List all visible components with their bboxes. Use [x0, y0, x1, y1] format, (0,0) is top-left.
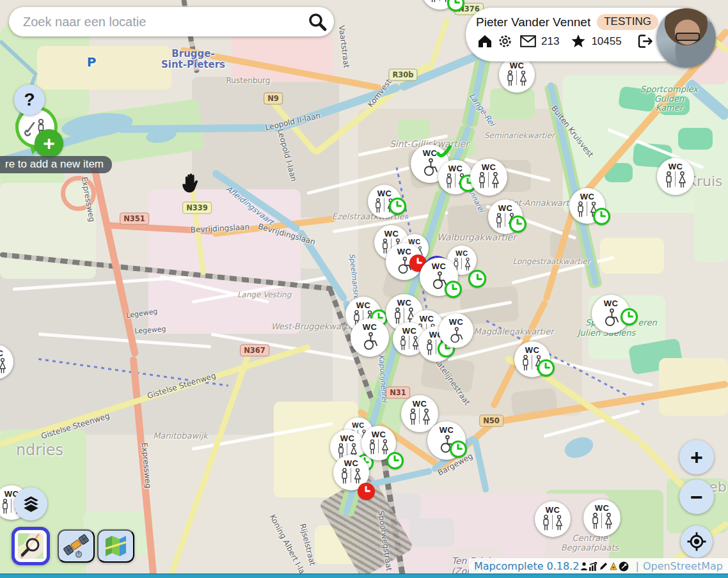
toilet-marker[interactable]: WC: [470, 159, 507, 196]
attribution-separator: |: [635, 560, 638, 572]
osm-map-magnifier-icon: [17, 533, 44, 559]
toilet-marker[interactable]: WC: [657, 158, 694, 195]
satellite-icon: [62, 533, 90, 559]
toilet-marker-wheelchair[interactable]: WC: [386, 243, 423, 280]
style-folded-map-button[interactable]: [97, 529, 134, 563]
toilet-marker[interactable]: WC: [361, 426, 396, 460]
toilet-marker[interactable]: WC: [438, 160, 473, 194]
user-name[interactable]: Pieter Vander Vennet: [476, 15, 590, 29]
toilet-marker[interactable]: WC: [583, 499, 621, 536]
messages-count[interactable]: 213: [541, 35, 559, 48]
layers-icon: [20, 494, 42, 514]
toilet-marker[interactable]: WC: [488, 199, 523, 234]
opening-hours-open-badge: [389, 198, 406, 215]
stars-count[interactable]: 10455: [591, 35, 621, 48]
toilet-marker-wheelchair[interactable]: WC: [427, 421, 466, 460]
marker-pictograms: [602, 308, 621, 327]
marker-pictograms: [361, 332, 379, 350]
marker-wc-label: WC: [0, 349, 3, 357]
toilet-marker[interactable]: WC: [569, 188, 605, 224]
toilet-marker-wheelchair[interactable]: WC: [592, 295, 630, 333]
bottom-accent-bar: [0, 574, 728, 578]
help-button[interactable]: ?: [14, 84, 45, 115]
home-icon[interactable]: [477, 34, 493, 49]
attribution-left: Mapcomplete 0.18.2: [469, 558, 631, 574]
search-input[interactable]: [22, 14, 307, 30]
marker-wc-label: WC: [344, 459, 359, 467]
hand-cursor-icon: [179, 170, 200, 193]
toilet-marker-wheelchair[interactable]: WC: [351, 318, 389, 357]
marker-wc-label: WC: [420, 315, 434, 323]
marker-wc-label: WC: [340, 434, 355, 442]
marker-pictograms: [368, 439, 390, 456]
messages-icon[interactable]: [520, 35, 536, 47]
toilet-marker[interactable]: WC: [535, 501, 571, 537]
marker-pictograms: [542, 515, 564, 532]
map-viewport[interactable]: Brugge- Sint-PietersRustenburgKomvestLeo…: [0, 0, 728, 578]
marker-wc-label: WC: [384, 230, 399, 238]
opening-hours-open-badge: [468, 270, 486, 288]
marker-pictograms: [506, 70, 528, 88]
marker-wc-label: WC: [372, 430, 386, 439]
folded-map-icon: [102, 533, 129, 559]
opening-hours-open-badge: [445, 281, 462, 298]
marker-pictograms: [591, 513, 613, 531]
search-icon[interactable]: [307, 12, 328, 32]
style-osm-carto-button[interactable]: [12, 527, 50, 565]
attribution-osm: | OpenStreetMap: [631, 558, 728, 574]
logout-icon[interactable]: [637, 34, 654, 49]
opening-hours-open-badge: [537, 359, 555, 377]
toilet-marker[interactable]: WC: [333, 455, 369, 490]
marker-wc-label: WC: [498, 204, 513, 212]
marker-wc-label: WC: [482, 163, 496, 171]
attribution-icons: [580, 561, 629, 572]
marker-wc-label: WC: [402, 327, 417, 335]
contributors-icon[interactable]: [580, 562, 588, 571]
opening-hours-open-badge: [386, 452, 404, 469]
statistics-icon[interactable]: [589, 562, 598, 571]
opening-hours-open-badge: [450, 441, 467, 458]
marker-pictograms: [478, 172, 500, 190]
search-bar: [9, 7, 334, 36]
geolocate-icon: [686, 531, 707, 552]
opening-hours-open-badge: [447, 0, 464, 12]
marker-wc-label: WC: [397, 299, 412, 307]
zoom-in-button[interactable]: +: [679, 440, 714, 474]
user-avatar[interactable]: [656, 8, 716, 68]
marker-wc-label: WC: [455, 250, 468, 257]
edit-pencil-icon[interactable]: [599, 561, 608, 571]
layers-button[interactable]: [14, 487, 47, 520]
marker-wc-label: WC: [352, 422, 364, 429]
theme-logo-icon[interactable]: [609, 562, 618, 571]
opening-hours-open-badge: [621, 308, 638, 325]
zoom-out-button[interactable]: −: [679, 480, 714, 514]
osm-link[interactable]: OpenStreetMap: [643, 560, 723, 572]
marker-wc-label: WC: [604, 299, 619, 308]
marker-wc-label: WC: [669, 162, 683, 171]
opening-hours-closed-badge: [358, 483, 375, 500]
star-icon: [571, 34, 586, 49]
toilet-marker[interactable]: WC: [422, 0, 459, 10]
license-icon[interactable]: [619, 561, 629, 572]
marker-wc-label: WC: [432, 262, 447, 270]
app-version-label[interactable]: Mapcomplete 0.18.2: [474, 560, 579, 572]
toilet-marker[interactable]: WC: [0, 345, 13, 379]
marker-wc-label: WC: [546, 506, 560, 514]
settings-gear-icon[interactable]: [498, 34, 512, 49]
style-satellite-button[interactable]: [58, 529, 95, 563]
add-plus-badge[interactable]: +: [35, 129, 63, 158]
marker-wc-label: WC: [413, 400, 427, 408]
marker-pictograms: [399, 336, 420, 352]
marker-pictograms: [448, 327, 464, 343]
attribution-bar: Mapcomplete 0.18.2 | OpenStreetMap: [469, 558, 728, 574]
toilet-marker[interactable]: WC: [514, 341, 550, 377]
marker-wc-label: WC: [449, 318, 464, 326]
marker-wc-label: WC: [377, 189, 392, 198]
toilet-marker-wheelchair[interactable]: WC: [420, 258, 458, 296]
toilet-marker[interactable]: WC: [368, 185, 401, 218]
geolocate-button[interactable]: [681, 526, 713, 558]
toilet-marker[interactable]: WC: [499, 57, 535, 93]
toilet-marker-wheelchair[interactable]: WC: [439, 313, 473, 348]
marker-pictograms: [665, 171, 687, 189]
opening-hours-open-badge: [509, 215, 526, 233]
